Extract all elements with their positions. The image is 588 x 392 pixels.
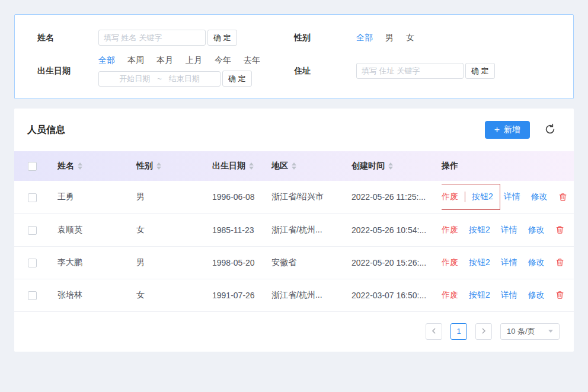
birth-filter-confirm-button[interactable]: 确 定 [222, 71, 252, 87]
delete-icon[interactable] [555, 291, 564, 299]
row-actions: 作废按钮2详情修改 [442, 257, 574, 268]
row-checkbox[interactable] [28, 226, 37, 235]
next-page-button[interactable] [475, 323, 492, 340]
table-header-row: 姓名性别出生日期地区创建时间操作 [14, 151, 574, 181]
address-filter: 住址 确 定 [294, 55, 551, 87]
birth-filter-label: 出生日期 [37, 66, 98, 77]
table-row: 袁顺英女1985-11-23浙江省/杭州...2022-05-26 10:54:… [14, 213, 574, 246]
birth-quick-option[interactable]: 上月 [186, 55, 202, 66]
name-cell: 袁顺英 [57, 213, 136, 246]
add-button[interactable]: + 新增 [485, 121, 530, 139]
edit-link[interactable]: 修改 [528, 257, 545, 268]
invalidate-link[interactable]: 作废 [442, 290, 458, 301]
sort-caret-icon[interactable] [156, 162, 161, 170]
gender-cell: 男 [136, 246, 212, 279]
birth-date-cell: 1998-05-20 [212, 246, 271, 279]
region-cell: 浙江省/绍兴市 [271, 181, 351, 213]
end-date-placeholder: 结束日期 [169, 74, 200, 84]
birth-quick-option[interactable]: 去年 [244, 55, 260, 66]
page-size-value: 10 条/页 [507, 326, 535, 337]
gender-cell: 女 [136, 279, 212, 311]
birth-quick-option[interactable]: 全部 [98, 55, 115, 66]
row-actions: 作废按钮2详情修改 [442, 192, 574, 202]
created-at-cell: 2022-03-07 16:50:... [351, 279, 442, 311]
region-cell: 安徽省 [271, 246, 351, 279]
sort-caret-icon[interactable] [78, 162, 82, 170]
sort-caret-icon[interactable] [388, 162, 393, 170]
birth-quick-options: 全部本周本月上月今年去年 [98, 55, 260, 66]
row-checkbox[interactable] [28, 193, 37, 202]
button2-link[interactable]: 按钮2 [469, 290, 490, 301]
start-date-placeholder: 开始日期 [119, 74, 150, 84]
birth-date-cell: 1985-11-23 [212, 213, 271, 246]
row-checkbox[interactable] [28, 259, 37, 267]
button2-link[interactable]: 按钮2 [469, 225, 490, 235]
prev-page-button[interactable] [426, 323, 442, 340]
row-checkbox[interactable] [28, 291, 37, 300]
birth-quick-option[interactable]: 本月 [156, 55, 173, 66]
created-at-cell: 2022-05-26 10:54:... [351, 213, 442, 246]
birth-range-group: 开始日期 ~ 结束日期 确 定 [98, 71, 260, 87]
detail-link[interactable]: 详情 [501, 225, 517, 235]
pagination: 1 10 条/页 [14, 312, 574, 343]
refresh-icon [544, 123, 556, 137]
personnel-panel: 人员信息 + 新增 姓名性别出生日期地区创建时间操作 [14, 109, 574, 352]
sort-caret-icon[interactable] [249, 162, 254, 170]
address-filter-input[interactable] [356, 63, 464, 79]
name-filter-group: 确 定 [98, 30, 237, 46]
sort-caret-icon[interactable] [292, 162, 296, 170]
delete-icon[interactable] [555, 258, 564, 267]
personnel-table: 姓名性别出生日期地区创建时间操作 王勇男1996-06-08浙江省/绍兴市202… [14, 151, 574, 312]
created-at-cell: 2022-05-26 11:25:... [351, 181, 442, 213]
name-cell: 张培林 [57, 279, 136, 311]
add-button-label: 新增 [504, 125, 520, 135]
table-row: 张培林女1991-07-26浙江省/杭州...2022-03-07 16:50:… [14, 279, 574, 311]
column-header[interactable]: 地区 [271, 151, 351, 181]
invalidate-link[interactable]: 作废 [442, 257, 458, 268]
gender-filter-label: 性别 [294, 33, 356, 43]
select-all-checkbox[interactable] [28, 162, 37, 171]
column-header[interactable]: 创建时间 [351, 151, 442, 181]
invalidate-link[interactable]: 作废 [442, 192, 458, 202]
panel-actions: + 新增 [485, 121, 556, 139]
detail-link[interactable]: 详情 [504, 192, 520, 202]
column-header[interactable]: 出生日期 [212, 151, 271, 181]
delete-icon[interactable] [555, 225, 564, 234]
name-filter-input[interactable] [98, 30, 206, 46]
refresh-button[interactable] [544, 123, 556, 137]
address-filter-confirm-button[interactable]: 确 定 [465, 63, 495, 79]
select-all-header [14, 151, 57, 181]
birth-filter-content: 全部本周本月上月今年去年 开始日期 ~ 结束日期 确 定 [98, 55, 260, 87]
gender-option[interactable]: 男 [385, 33, 394, 43]
name-filter-label: 姓名 [37, 33, 98, 43]
delete-icon[interactable] [558, 193, 567, 202]
invalidate-link[interactable]: 作废 [442, 225, 458, 235]
gender-option[interactable]: 全部 [356, 33, 373, 43]
birth-quick-option[interactable]: 本周 [127, 55, 144, 66]
birth-date-cell: 1991-07-26 [212, 279, 271, 311]
detail-link[interactable]: 详情 [501, 257, 517, 268]
button2-link[interactable]: 按钮2 [469, 257, 490, 268]
column-header[interactable]: 姓名 [57, 151, 136, 181]
column-header: 操作 [442, 151, 574, 181]
edit-link[interactable]: 修改 [528, 225, 545, 235]
gender-option[interactable]: 女 [406, 33, 414, 43]
name-filter-confirm-button[interactable]: 确 定 [207, 30, 237, 46]
filter-row-1: 姓名 确 定 性别 全部男女 [37, 30, 551, 46]
name-cell: 王勇 [57, 181, 136, 213]
action-pair: 作废按钮2 [442, 290, 490, 301]
page-size-select[interactable]: 10 条/页 [500, 323, 560, 340]
page-number-button[interactable]: 1 [450, 323, 467, 340]
detail-link[interactable]: 详情 [501, 290, 517, 301]
row-actions: 作废按钮2详情修改 [442, 290, 574, 301]
date-range-input[interactable]: 开始日期 ~ 结束日期 [98, 71, 220, 87]
button2-link[interactable]: 按钮2 [472, 192, 493, 202]
birth-quick-option[interactable]: 今年 [215, 55, 231, 66]
address-filter-label: 住址 [294, 66, 356, 77]
panel-header: 人员信息 + 新增 [14, 109, 574, 151]
edit-link[interactable]: 修改 [531, 192, 548, 202]
action-pair: 作废按钮2 [442, 257, 490, 268]
column-header[interactable]: 性别 [136, 151, 212, 181]
table-body: 王勇男1996-06-08浙江省/绍兴市2022-05-26 11:25:...… [14, 181, 574, 311]
edit-link[interactable]: 修改 [528, 290, 545, 301]
